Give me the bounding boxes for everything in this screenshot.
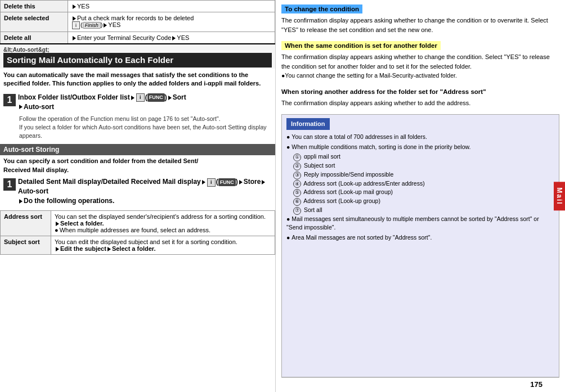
numbered-item-7: ⑦ Sort all [293, 206, 554, 215]
address-section-title: When storing another address for the fol… [281, 87, 559, 96]
arrow-icon [239, 180, 243, 184]
delete-this-value: YES [68, 1, 275, 12]
address-sort-label: Address sort [1, 210, 51, 236]
func-label2: FUNC [218, 178, 236, 187]
arrow-icon [172, 36, 176, 40]
info-box: Information You can store a total of 700… [281, 114, 559, 377]
autosort-title: Sorting Mail Automatically to Each Folde… [3, 53, 272, 67]
step1-content: Inbox Folder list/Outbox Folder listi(FU… [18, 93, 186, 112]
left-panel: Delete this YES Delete selected Put a ch… [0, 0, 276, 392]
step1-note: Follow the operation of the Function men… [3, 112, 272, 142]
storing-body: You can specify a sort condition and fol… [0, 155, 275, 176]
info-item-1: You can store a total of 700 addresses i… [286, 133, 554, 142]
info-item-4: Area Mail messages are not sorted by "Ad… [286, 233, 554, 242]
arrow-icon [19, 199, 23, 204]
subject-sort-label: Subject sort [1, 236, 51, 254]
arrow-icon [202, 180, 205, 184]
circle-2: ② [293, 163, 301, 170]
delete-selected-label: Delete selected [1, 12, 68, 32]
condition-highlight: To change the condition [281, 4, 362, 13]
step2-content: Detailed Sent Mail display/Detailed Rece… [18, 177, 272, 205]
arrow-icon [107, 247, 111, 251]
step2-row: 1 Detailed Sent Mail display/Detailed Re… [3, 177, 272, 205]
delete-all-label: Delete all [1, 32, 68, 44]
func-label: FUNC [147, 93, 165, 102]
arrow-icon [73, 36, 76, 40]
step2-number: 1 [3, 178, 16, 191]
table-row: Delete all Enter your Terminal Security … [1, 32, 275, 44]
folder-section: When the same condition is set for anoth… [281, 41, 559, 84]
arrow-icon [56, 247, 59, 251]
arrow-icon [73, 16, 76, 21]
address-section: When storing another address for the fol… [281, 87, 559, 111]
autosort-header: &lt;Auto-sort&gt; Sorting Mail Automatic… [0, 44, 275, 69]
page-number: 175 [281, 377, 559, 390]
delete-table: Delete this YES Delete selected Put a ch… [0, 0, 275, 44]
info-title: Information [286, 118, 330, 130]
step1-number: 1 [3, 94, 16, 106]
address-section-text: The confirmation display appears asking … [281, 98, 559, 108]
bullet-icon: ● [55, 227, 59, 233]
autosort-tag: &lt;Auto-sort&gt; [3, 47, 272, 53]
folder-highlight: When the same condition is set for anoth… [281, 41, 441, 50]
circle-7: ⑦ [293, 207, 301, 215]
icon-square: i [72, 21, 80, 29]
address-table: Address sort You can set the displayed s… [0, 210, 275, 255]
condition-section: To change the condition The confirmation… [281, 4, 559, 38]
circle-6: ⑥ [293, 198, 301, 206]
step2-section: 1 Detailed Sent Mail display/Detailed Re… [0, 176, 275, 208]
delete-this-label: Delete this [1, 1, 68, 12]
folder-text: The confirmation display appears asking … [281, 52, 559, 80]
right-panel: To change the condition The confirmation… [276, 0, 565, 392]
arrow-icon [104, 23, 107, 28]
delete-all-value: Enter your Terminal Security CodeYES [68, 32, 275, 44]
subject-sort-value: You can edit the displayed subject and s… [51, 236, 275, 254]
info-item-2: When multiple conditions match, sorting … [286, 143, 554, 152]
table-row: Delete selected Put a check mark for rec… [1, 12, 275, 32]
table-row-subject: Subject sort You can edit the displayed … [1, 236, 275, 254]
arrow-icon [262, 180, 265, 184]
numbered-item-2: ② Subject sort [293, 161, 554, 170]
arrow-icon [168, 96, 172, 100]
arrow-icon [131, 96, 134, 100]
finish-button: Finish [83, 22, 101, 29]
address-sort-value: You can set the displayed sender's/recip… [51, 210, 275, 236]
arrow-icon [73, 4, 76, 9]
circle-1: ① [293, 154, 301, 161]
numbered-list: ① αppli mail sort ② Subject sort ③ Reply… [293, 152, 554, 214]
function-icon2: i [207, 178, 216, 187]
autosort-body: You can automatically save the mail mess… [0, 69, 275, 91]
arrow-icon [19, 105, 23, 109]
table-row-address: Address sort You can set the displayed s… [1, 210, 275, 236]
autosort-description: You can automatically save the mail mess… [3, 71, 272, 88]
numbered-item-3: ③ Reply impossible/Send impossible [293, 170, 554, 179]
numbered-item-1: ① αppli mail sort [293, 152, 554, 161]
step1-row: 1 Inbox Folder list/Outbox Folder listi(… [3, 93, 272, 112]
storing-header: Auto-sort Storing [0, 144, 275, 155]
mail-tab: Mail [554, 182, 565, 210]
arrow-icon [56, 222, 59, 226]
circle-4: ④ [293, 180, 301, 188]
step1-section: 1 Inbox Folder list/Outbox Folder listi(… [0, 91, 275, 145]
condition-text: The confirmation display appears asking … [281, 16, 559, 34]
circle-3: ③ [293, 172, 301, 179]
numbered-item-6: ⑥ Address sort (Look-up group) [293, 197, 554, 206]
table-row: Delete this YES [1, 1, 275, 12]
function-icon: i [136, 93, 145, 102]
info-item-3: Mail messages sent simultaneously to mul… [286, 215, 554, 233]
circle-5: ⑤ [293, 189, 301, 197]
numbered-item-4: ④ Address sort (Look-up address/Enter ad… [293, 179, 554, 188]
delete-selected-value: Put a check mark for records to be delet… [68, 12, 275, 32]
numbered-item-5: ⑤ Address sort (Look-up mail group) [293, 188, 554, 197]
